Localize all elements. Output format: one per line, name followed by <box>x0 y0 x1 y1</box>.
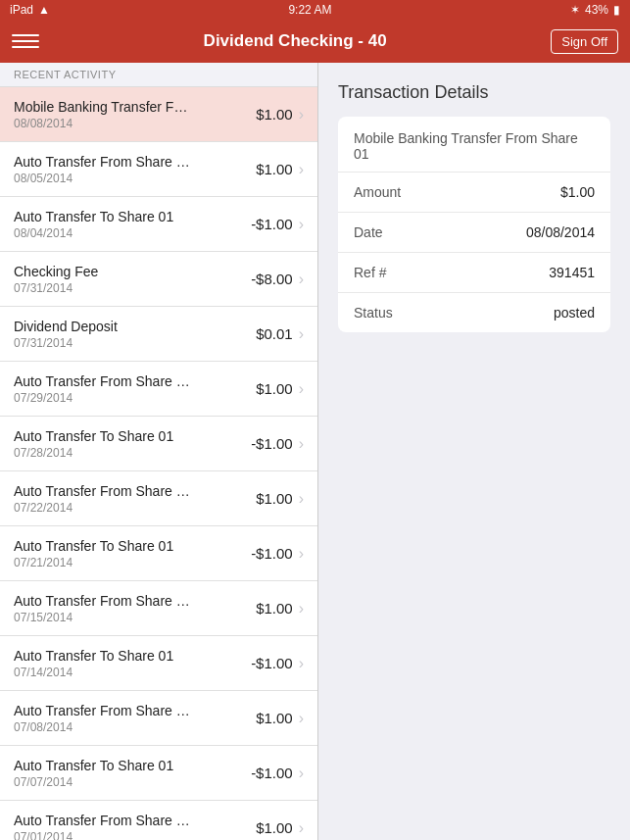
transaction-amount-area: $1.00 › <box>234 819 304 837</box>
transaction-amount: $1.00 <box>234 490 293 507</box>
transaction-amount-area: $1.00 › <box>234 490 304 508</box>
main-layout: RECENT ACTIVITY Mobile Banking Transfer … <box>0 63 630 840</box>
transaction-date: 08/04/2014 <box>14 226 234 240</box>
transaction-amount: -$1.00 <box>234 765 293 781</box>
status-bar-time: 9:22 AM <box>288 3 331 17</box>
transaction-list: Mobile Banking Transfer From Sh... 08/08… <box>0 87 317 840</box>
transaction-item[interactable]: Auto Transfer From Share 01 07/15/2014 $… <box>0 581 317 636</box>
status-bar-left: iPad ▲ <box>10 3 50 17</box>
transaction-name: Auto Transfer To Share 01 <box>14 758 190 773</box>
transaction-amount-area: $1.00 › <box>234 106 304 124</box>
transaction-item[interactable]: Auto Transfer To Share 01 07/14/2014 -$1… <box>0 636 317 691</box>
carrier-label: iPad <box>10 3 33 17</box>
transaction-info: Auto Transfer To Share 01 07/07/2014 <box>14 758 234 789</box>
transaction-item[interactable]: Mobile Banking Transfer From Sh... 08/08… <box>0 87 317 142</box>
status-bar: iPad ▲ 9:22 AM ✶ 43% ▮ <box>0 0 630 20</box>
transaction-date: 08/05/2014 <box>14 172 234 185</box>
transaction-info: Dividend Deposit 07/31/2014 <box>14 319 234 350</box>
chevron-right-icon: › <box>299 380 304 398</box>
transaction-date: 07/07/2014 <box>14 775 234 789</box>
details-card: Mobile Banking Transfer From Share 01 Am… <box>338 117 610 332</box>
detail-row: Ref # 391451 <box>338 253 610 293</box>
transaction-date: 07/01/2014 <box>14 830 234 841</box>
transaction-info: Auto Transfer From Share 01 07/29/2014 <box>14 373 234 405</box>
transaction-amount-area: -$1.00 › <box>234 655 304 672</box>
chevron-right-icon: › <box>299 435 304 453</box>
transaction-details-panel: Transaction Details Mobile Banking Trans… <box>318 63 630 840</box>
transaction-name: Auto Transfer From Share 01 <box>14 593 190 609</box>
transaction-item[interactable]: Auto Transfer From Share 01 07/29/2014 $… <box>0 362 317 417</box>
transaction-list-panel: RECENT ACTIVITY Mobile Banking Transfer … <box>0 63 318 840</box>
transaction-item[interactable]: Dividend Deposit 07/31/2014 $0.01 › <box>0 307 317 362</box>
transaction-name: Auto Transfer To Share 01 <box>14 648 190 664</box>
transaction-item[interactable]: Auto Transfer To Share 01 07/28/2014 -$1… <box>0 417 317 471</box>
transaction-amount-area: $1.00 › <box>234 710 304 727</box>
transaction-item[interactable]: Auto Transfer From Share 01 07/22/2014 $… <box>0 471 317 526</box>
chevron-right-icon: › <box>299 325 304 343</box>
battery-label: 43% <box>585 3 608 17</box>
bluetooth-icon: ✶ <box>570 3 580 17</box>
transaction-amount: $1.00 <box>234 710 293 726</box>
battery-icon: ▮ <box>613 3 620 17</box>
transaction-info: Auto Transfer From Share 01 07/22/2014 <box>14 483 234 515</box>
transaction-amount-area: $1.00 › <box>234 600 304 618</box>
transaction-amount: $1.00 <box>234 161 293 177</box>
transaction-amount: $1.00 <box>234 380 293 397</box>
transaction-date: 07/08/2014 <box>14 720 234 734</box>
transaction-amount-area: $0.01 › <box>234 325 304 343</box>
status-bar-right: ✶ 43% ▮ <box>570 3 620 17</box>
transaction-info: Auto Transfer To Share 01 07/21/2014 <box>14 538 234 569</box>
chevron-right-icon: › <box>299 106 304 124</box>
transaction-name: Checking Fee <box>14 264 190 279</box>
transaction-name: Auto Transfer From Share 01 <box>14 154 190 170</box>
transaction-amount: -$1.00 <box>234 216 293 232</box>
transaction-item[interactable]: Checking Fee 07/31/2014 -$8.00 › <box>0 252 317 307</box>
menu-button[interactable] <box>12 34 39 48</box>
transaction-item[interactable]: Auto Transfer To Share 01 07/07/2014 -$1… <box>0 746 317 801</box>
chevron-right-icon: › <box>299 600 304 618</box>
detail-value: posted <box>554 305 595 321</box>
transaction-item[interactable]: Auto Transfer To Share 01 07/21/2014 -$1… <box>0 526 317 581</box>
sign-off-button[interactable]: Sign Off <box>551 29 618 54</box>
detail-value: $1.00 <box>560 184 595 200</box>
transaction-item[interactable]: Auto Transfer From Share 01 07/01/2014 $… <box>0 801 317 840</box>
transaction-name: Auto Transfer From Share 01 <box>14 813 190 828</box>
transaction-amount: $1.00 <box>234 106 293 123</box>
transaction-amount: -$1.00 <box>234 545 293 562</box>
transaction-date: 07/21/2014 <box>14 556 234 569</box>
transaction-amount-area: -$8.00 › <box>234 271 304 288</box>
app-header: Dividend Checking - 40 Sign Off <box>0 20 630 63</box>
detail-label: Amount <box>354 184 401 200</box>
recent-activity-header: RECENT ACTIVITY <box>0 63 317 87</box>
chevron-right-icon: › <box>299 271 304 288</box>
transaction-amount-area: -$1.00 › <box>234 545 304 563</box>
detail-value: 08/08/2014 <box>526 224 595 240</box>
transaction-date: 07/15/2014 <box>14 611 234 624</box>
transaction-amount-area: $1.00 › <box>234 161 304 178</box>
transaction-name: Auto Transfer From Share 01 <box>14 703 190 718</box>
chevron-right-icon: › <box>299 710 304 727</box>
header-title: Dividend Checking - 40 <box>39 31 551 51</box>
transaction-date: 07/31/2014 <box>14 281 234 295</box>
transaction-amount: $1.00 <box>234 819 293 836</box>
transaction-item[interactable]: Auto Transfer From Share 01 07/08/2014 $… <box>0 691 317 746</box>
transaction-name: Auto Transfer To Share 01 <box>14 209 190 224</box>
transaction-info: Auto Transfer To Share 01 08/04/2014 <box>14 209 234 240</box>
transaction-info: Auto Transfer To Share 01 07/14/2014 <box>14 648 234 679</box>
detail-transaction-name: Mobile Banking Transfer From Share 01 <box>338 117 610 173</box>
chevron-right-icon: › <box>299 216 304 233</box>
transaction-amount-area: $1.00 › <box>234 380 304 398</box>
transaction-date: 07/29/2014 <box>14 391 234 405</box>
transaction-amount: -$1.00 <box>234 435 293 452</box>
transaction-amount-area: -$1.00 › <box>234 435 304 453</box>
transaction-info: Checking Fee 07/31/2014 <box>14 264 234 295</box>
detail-row: Amount $1.00 <box>338 173 610 213</box>
transaction-item[interactable]: Auto Transfer From Share 01 08/05/2014 $… <box>0 142 317 197</box>
transaction-name: Auto Transfer To Share 01 <box>14 538 190 554</box>
transaction-item[interactable]: Auto Transfer To Share 01 08/04/2014 -$1… <box>0 197 317 252</box>
detail-row: Status posted <box>338 293 610 332</box>
wifi-icon: ▲ <box>38 3 50 17</box>
chevron-right-icon: › <box>299 490 304 508</box>
transaction-info: Auto Transfer From Share 01 07/01/2014 <box>14 813 234 841</box>
detail-value: 391451 <box>549 265 595 280</box>
